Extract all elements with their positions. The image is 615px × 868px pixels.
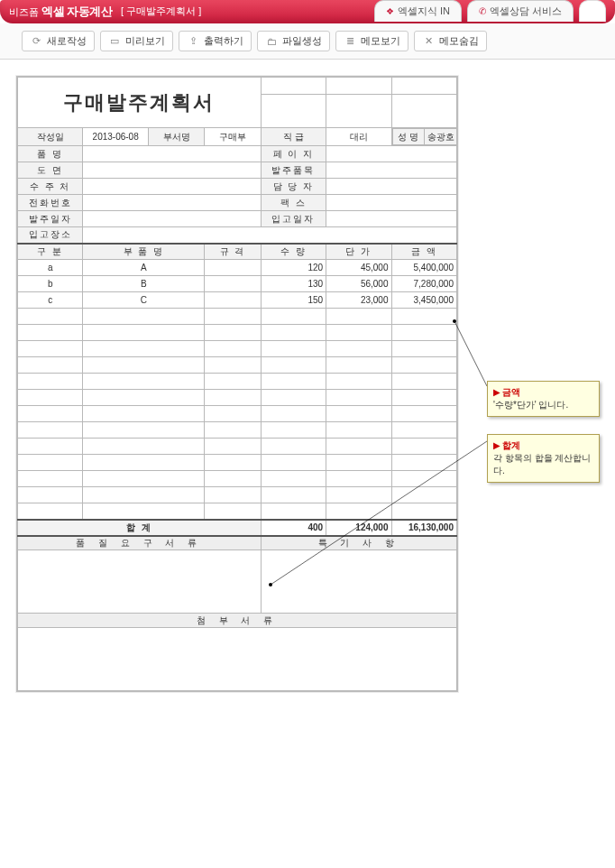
svg-line-0 xyxy=(454,321,487,386)
new-button[interactable]: ⟳새로작성 xyxy=(22,31,95,51)
filegen-icon: 🗀 xyxy=(265,35,278,48)
table-row xyxy=(18,309,457,325)
info-label: 입고장소 xyxy=(18,227,83,244)
cell-spec xyxy=(205,503,261,520)
cell-gubun xyxy=(18,471,83,487)
table-row xyxy=(18,374,457,390)
cell-spec xyxy=(205,455,261,471)
cell-amount xyxy=(391,341,457,357)
preview-button[interactable]: ▭미리보기 xyxy=(100,31,173,51)
tab-excel-consult[interactable]: ✆ 엑셀상담 서비스 xyxy=(467,0,574,22)
info-value xyxy=(326,195,457,211)
info-value xyxy=(326,211,457,227)
cell-qty xyxy=(261,390,326,406)
cell-spec xyxy=(205,471,261,487)
cell-spec xyxy=(205,309,261,325)
info-value xyxy=(83,227,457,244)
info-value xyxy=(83,146,261,162)
cell-amount xyxy=(391,503,457,520)
col-header: 구 분 xyxy=(18,244,83,260)
cell-price xyxy=(326,422,391,439)
cell-amount xyxy=(391,357,457,374)
cell-price: 56,000 xyxy=(326,276,391,292)
table-row xyxy=(18,406,457,422)
button-label: 출력하기 xyxy=(204,34,243,48)
tab-blank[interactable] xyxy=(579,0,606,22)
info-label: 전화번호 xyxy=(18,195,83,211)
cell-gubun xyxy=(18,455,83,471)
cell-price xyxy=(326,503,391,520)
cell-part xyxy=(83,374,205,390)
cell-price xyxy=(326,341,391,357)
cell-amount xyxy=(391,439,457,455)
col-header: 수 량 xyxy=(261,244,326,260)
tab-excel-knowledge[interactable]: ❖ 엑셀지식 IN xyxy=(374,0,462,22)
memohide-icon: ✕ xyxy=(422,35,435,48)
approval-sign xyxy=(261,94,326,127)
app-header: 비즈폼 엑셀 자동계산 [ 구매발주계획서 ] ❖ 엑셀지식 IN ✆ 엑셀상담… xyxy=(0,0,615,23)
print-button[interactable]: ⇪출력하기 xyxy=(179,31,252,51)
arrow-icon: ▶ xyxy=(493,440,500,450)
label-name: 성 명 xyxy=(392,129,425,145)
header-tabs: ❖ 엑셀지식 IN ✆ 엑셀상담 서비스 xyxy=(374,0,606,22)
memohide-button[interactable]: ✕메모숨김 xyxy=(414,31,487,51)
section-attach: 첨 부 서 류 xyxy=(18,614,457,628)
approval-cell xyxy=(326,78,391,95)
cell-qty xyxy=(261,357,326,374)
note-sum: ▶합계 각 항목의 합을 계산합니다. xyxy=(487,434,600,483)
info-label: 페 이 지 xyxy=(261,146,326,162)
info-value xyxy=(83,211,261,227)
info-label: 입고일자 xyxy=(261,211,326,227)
cell-price: 23,000 xyxy=(326,292,391,309)
note-body: 각 항목의 합을 계산합니다. xyxy=(493,453,591,476)
table-row xyxy=(18,390,457,406)
cell-gubun xyxy=(18,503,83,520)
cell-qty xyxy=(261,487,326,503)
cell-spec xyxy=(205,357,261,374)
col-header: 규 격 xyxy=(205,244,261,260)
table-row xyxy=(18,439,457,455)
cell-part xyxy=(83,439,205,455)
arrow-icon: ▶ xyxy=(493,387,500,397)
label-rank: 직 급 xyxy=(261,128,326,146)
info-label: 발주품목 xyxy=(261,162,326,179)
cell-gubun: b xyxy=(18,276,83,292)
cell-amount xyxy=(391,471,457,487)
cell-gubun xyxy=(18,390,83,406)
cell-part xyxy=(83,503,205,520)
table-row xyxy=(18,422,457,439)
cell-amount xyxy=(391,455,457,471)
label-date: 작성일 xyxy=(18,128,83,146)
memoview-button[interactable]: ≣메모보기 xyxy=(335,31,408,51)
cell-spec xyxy=(205,374,261,390)
cell-spec xyxy=(205,276,261,292)
button-label: 파일생성 xyxy=(282,34,322,48)
cell-part xyxy=(83,455,205,471)
value-dept: 구매부 xyxy=(205,128,261,146)
tab-label: 엑셀상담 서비스 xyxy=(490,5,562,18)
table-row: aA12045,0005,400,000 xyxy=(18,260,457,276)
cell-qty xyxy=(261,455,326,471)
cell-spec xyxy=(205,439,261,455)
filegen-button[interactable]: 🗀파일생성 xyxy=(257,31,330,51)
approval-cell xyxy=(261,78,326,95)
cell-spec xyxy=(205,487,261,503)
cell-amount xyxy=(391,309,457,325)
cell-part: A xyxy=(83,260,205,276)
cell-price xyxy=(326,487,391,503)
cell-spec xyxy=(205,292,261,309)
cell-amount xyxy=(391,487,457,503)
approval-sign xyxy=(391,94,457,127)
cell-gubun xyxy=(18,374,83,390)
cell-price xyxy=(326,325,391,341)
info-label: 수 주 처 xyxy=(18,179,83,195)
label-dept: 부서명 xyxy=(148,128,204,146)
cell-part: B xyxy=(83,276,205,292)
cell-gubun xyxy=(18,357,83,374)
info-label: 담 당 자 xyxy=(261,179,326,195)
cell-gubun: c xyxy=(18,292,83,309)
info-label: 도 면 xyxy=(18,162,83,179)
page-wrap: 구매발주계획서 작성일 2013-06-08 부서명 구매부 직 급 대리 xyxy=(0,60,615,708)
cell-amount xyxy=(391,374,457,390)
cell-qty: 150 xyxy=(261,292,326,309)
